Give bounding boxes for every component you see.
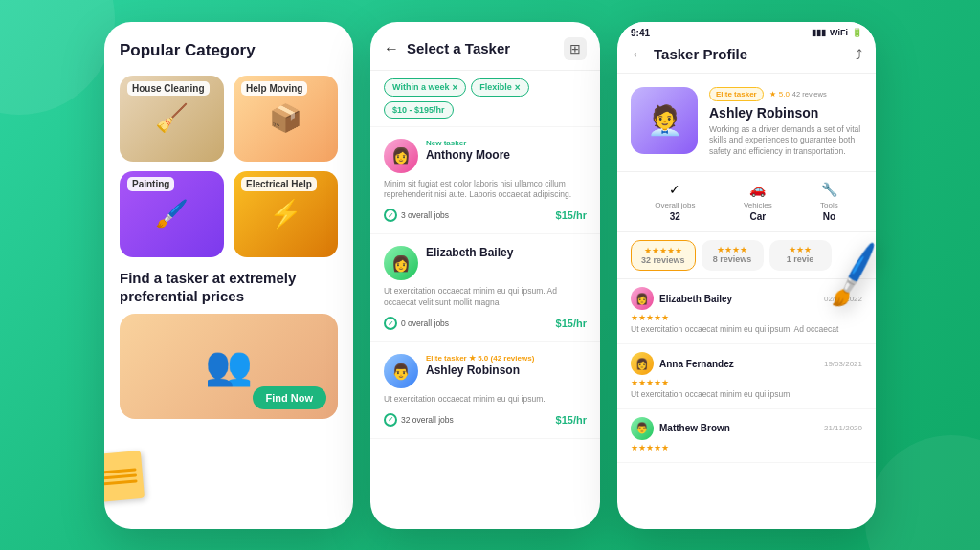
- stat-vehicles: 🚗 Vehicles Car: [744, 182, 772, 222]
- cleaning-icon: 🧹: [155, 102, 189, 134]
- review-name-matthew: Matthew Brown: [659, 423, 730, 433]
- overall-jobs-value: 32: [670, 211, 680, 222]
- vehicles-label: Vehicles: [744, 201, 772, 209]
- tools-value: No: [823, 211, 835, 222]
- tasker-top-ashley: 👨 Elite tasker ★ 5.0 (42 reviews) Ashley…: [384, 354, 587, 388]
- cleaning-label: House Cleaning: [127, 81, 210, 96]
- price-anthony: $15/hr: [556, 209, 587, 221]
- category-grid: 🧹 House Cleaning 📦 Help Moving 🖌️ Painti…: [120, 76, 338, 257]
- profile-elite-badge: Elite tasker: [709, 87, 764, 101]
- profile-section: 🧑‍💼 Elite tasker ★ 5.0 42 reviews Ashley…: [617, 74, 876, 173]
- profile-header: ← Tasker Profile ⤴: [617, 38, 876, 74]
- 3star-stars: ★★★: [779, 245, 822, 254]
- select-tasker-title: Select a Tasker: [407, 40, 510, 56]
- filter-button[interactable]: ⊞: [564, 37, 587, 60]
- review-tab-3star[interactable]: ★★★ 1 revie: [769, 240, 832, 271]
- 5star-count: 32 reviews: [641, 255, 685, 265]
- card-popular-category: Popular Category 🧹 House Cleaning 📦 Help…: [104, 22, 353, 529]
- profile-back-button[interactable]: ←: [631, 46, 646, 63]
- people-icon: 👥: [205, 343, 253, 388]
- profile-rating: ★ 5.0 42 reviews: [769, 90, 827, 99]
- star-icon: ★: [769, 90, 776, 99]
- tasker-item-elizabeth[interactable]: 👩 Elizabeth Bailey Ut exercitation occae…: [370, 234, 600, 342]
- tools-label: Tools: [820, 201, 838, 209]
- 3star-count: 1 revie: [779, 254, 822, 264]
- category-house-cleaning[interactable]: 🧹 House Cleaning: [120, 76, 224, 162]
- find-now-button[interactable]: Find Now: [253, 386, 327, 409]
- electrical-label: Electrical Help: [241, 177, 317, 191]
- status-icons: ▮▮▮ WiFi 🔋: [812, 28, 862, 37]
- review-tab-4star[interactable]: ★★★★ 8 reviews: [702, 240, 764, 271]
- signal-icon: ▮▮▮: [812, 28, 826, 37]
- wifi-icon: WiFi: [830, 28, 848, 37]
- review-matthew: 👨 Matthew Brown 21/11/2020 ★★★★★: [617, 409, 876, 463]
- moving-label: Help Moving: [241, 81, 307, 96]
- vehicles-value: Car: [749, 211, 766, 222]
- reviews-tabs: ★★★★★ 32 reviews ★★★★ 8 reviews ★★★ 1 re…: [617, 232, 876, 279]
- review-avatar-anna: 👩: [631, 352, 654, 375]
- tasker-info-anthony: New tasker Anthony Moore: [426, 139, 587, 162]
- tasker-badge-elite: Elite tasker ★ 5.0 (42 reviews): [426, 354, 587, 363]
- status-bar: 9:41 ▮▮▮ WiFi 🔋: [617, 22, 876, 38]
- profile-header-left: ← Tasker Profile: [631, 46, 747, 63]
- review-anna: 👩 Anna Fernandez 19/03/2021 ★★★★★ Ut exe…: [617, 344, 876, 409]
- battery-icon: 🔋: [852, 28, 862, 37]
- jobs-info-ashley: ✓ 32 overall jobs: [384, 413, 454, 427]
- review-tab-5star[interactable]: ★★★★★ 32 reviews: [631, 240, 696, 271]
- filter-remove-week[interactable]: ×: [452, 82, 457, 93]
- tasker-desc-ashley: Ut exercitation occaecat minim eu qui ip…: [384, 394, 587, 406]
- tasker-top: 👩 New tasker Anthony Moore: [384, 139, 587, 173]
- review-header-elizabeth: 👩 Elizabeth Bailey 02/04/2022: [631, 287, 862, 310]
- profile-desc: Working as a driver demands a set of vit…: [709, 124, 862, 159]
- review-header-anna: 👩 Anna Fernandez 19/03/2021: [631, 352, 862, 375]
- tasker-item-anthony[interactable]: 👩 New tasker Anthony Moore Minim sit fug…: [370, 127, 600, 235]
- review-avatar-elizabeth: 👩: [631, 287, 654, 310]
- tasker-footer-anthony: ✓ 3 overall jobs $15/hr: [384, 209, 587, 222]
- check-icon-2: ✓: [384, 317, 397, 330]
- check-icon: ✓: [384, 209, 397, 222]
- profile-badge-row: Elite tasker ★ 5.0 42 reviews: [709, 87, 862, 101]
- review-stars-elizabeth: ★★★★★: [631, 313, 862, 322]
- price-ashley: $15/hr: [556, 414, 587, 426]
- popular-category-title: Popular Category: [120, 41, 338, 60]
- painting-icon: 🖌️: [155, 198, 189, 230]
- category-help-moving[interactable]: 📦 Help Moving: [234, 76, 338, 162]
- share-button[interactable]: ⤴: [856, 47, 862, 62]
- electrical-icon: ⚡: [269, 198, 302, 230]
- overall-jobs-label: Overall jobs: [655, 201, 695, 209]
- review-user-elizabeth: 👩 Elizabeth Bailey: [631, 287, 732, 310]
- find-tasker-title: Find a tasker at extremely preferential …: [120, 269, 338, 306]
- review-name-elizabeth: Elizabeth Bailey: [659, 294, 732, 304]
- review-text-anna: Ut exercitation occaecat minim eu qui ip…: [631, 389, 862, 401]
- find-tasker-section: Find a tasker at extremely preferential …: [120, 269, 338, 514]
- filter-chip-price: $10 - $195/hr: [384, 101, 454, 119]
- reviews-list: 👩 Elizabeth Bailey 02/04/2022 ★★★★★ Ut e…: [617, 279, 876, 528]
- category-electrical-help[interactable]: ⚡ Electrical Help: [234, 171, 338, 257]
- filters-row: Within a week × Flexible × $10 - $195/hr: [370, 71, 600, 127]
- filter-chip-flexible[interactable]: Flexible ×: [471, 78, 528, 97]
- tasker-info-elizabeth: Elizabeth Bailey: [426, 246, 587, 259]
- review-date-matthew: 21/11/2020: [824, 424, 862, 432]
- header-left: ← Select a Tasker: [384, 40, 510, 57]
- review-name-anna: Anna Fernandez: [659, 359, 734, 369]
- filter-chip-week[interactable]: Within a week ×: [384, 78, 466, 97]
- vehicles-icon: 🚗: [749, 182, 766, 197]
- tasker-name-anthony: Anthony Moore: [426, 148, 587, 162]
- tasker-item-ashley[interactable]: 👨 Elite tasker ★ 5.0 (42 reviews) Ashley…: [370, 342, 600, 439]
- tasker-footer-ashley: ✓ 32 overall jobs $15/hr: [384, 413, 587, 427]
- tasker-avatar-anthony: 👩: [384, 139, 418, 173]
- 5star-stars: ★★★★★: [641, 246, 685, 255]
- category-painting[interactable]: 🖌️ Painting: [120, 171, 224, 257]
- tasker-badge-new: New tasker: [426, 139, 587, 147]
- filter-remove-flexible[interactable]: ×: [515, 82, 521, 93]
- tasker-desc-anthony: Minim sit fugiat est dolor laboris nisi …: [384, 179, 587, 202]
- review-stars-matthew: ★★★★★: [631, 443, 862, 452]
- review-text-elizabeth: Ut exercitation occaecat minim eu qui ip…: [631, 324, 862, 336]
- review-user-anna: 👩 Anna Fernandez: [631, 352, 734, 375]
- back-button[interactable]: ←: [384, 40, 399, 57]
- jobs-info-anthony: ✓ 3 overall jobs: [384, 209, 449, 222]
- taskers-list: 👩 New tasker Anthony Moore Minim sit fug…: [370, 127, 600, 529]
- tasker-name-elizabeth: Elizabeth Bailey: [426, 246, 587, 259]
- 4star-stars: ★★★★: [711, 245, 754, 254]
- tasker-top-elizabeth: 👩 Elizabeth Bailey: [384, 246, 587, 280]
